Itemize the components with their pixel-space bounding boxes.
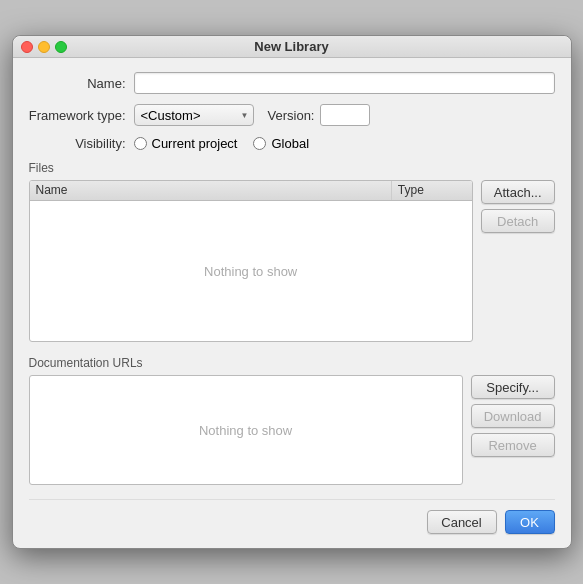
files-section-label: Files (29, 161, 555, 175)
name-row: Name: (29, 72, 555, 94)
visibility-label: Visibility: (29, 136, 134, 151)
visibility-row: Visibility: Current project Global (29, 136, 555, 151)
files-empty-text: Nothing to show (204, 264, 297, 279)
files-table: Name Type Nothing to show (29, 180, 473, 342)
new-library-dialog: New Library Name: Framework type: <Custo… (12, 35, 572, 549)
col-name-header: Name (30, 181, 392, 200)
table-header: Name Type (30, 181, 472, 201)
docs-empty-text: Nothing to show (199, 423, 292, 438)
radio-global[interactable]: Global (253, 136, 309, 151)
name-input[interactable] (134, 72, 555, 94)
attach-button[interactable]: Attach... (481, 180, 555, 204)
radio-current-project[interactable]: Current project (134, 136, 238, 151)
download-button[interactable]: Download (471, 404, 555, 428)
minimize-button[interactable] (38, 41, 50, 53)
version-label: Version: (268, 108, 315, 123)
docs-section: Documentation URLs Nothing to show Speci… (29, 356, 555, 485)
visibility-radio-group: Current project Global (134, 136, 310, 151)
close-button[interactable] (21, 41, 33, 53)
framework-select-wrapper: <Custom> Java .NET Python Other (134, 104, 254, 126)
window-title: New Library (254, 39, 328, 54)
version-input[interactable] (320, 104, 370, 126)
radio-current-input[interactable] (134, 137, 147, 150)
titlebar: New Library (13, 36, 571, 58)
dialog-footer: Cancel OK (29, 499, 555, 534)
specify-button[interactable]: Specify... (471, 375, 555, 399)
framework-row: Framework type: <Custom> Java .NET Pytho… (29, 104, 555, 126)
docs-container: Nothing to show Specify... Download Remo… (29, 375, 555, 485)
files-container: Name Type Nothing to show Attach... Deta… (29, 180, 555, 342)
remove-button[interactable]: Remove (471, 433, 555, 457)
radio-global-label: Global (271, 136, 309, 151)
ok-button[interactable]: OK (505, 510, 555, 534)
radio-global-input[interactable] (253, 137, 266, 150)
files-section: Files Name Type Nothing to show Attach..… (29, 161, 555, 342)
traffic-lights (21, 41, 67, 53)
files-buttons: Attach... Detach (481, 180, 555, 233)
maximize-button[interactable] (55, 41, 67, 53)
col-type-header: Type (392, 181, 472, 200)
radio-current-label: Current project (152, 136, 238, 151)
files-table-body: Nothing to show (30, 201, 472, 341)
dialog-content: Name: Framework type: <Custom> Java .NET… (13, 58, 571, 548)
name-label: Name: (29, 76, 134, 91)
framework-select[interactable]: <Custom> Java .NET Python Other (134, 104, 254, 126)
docs-buttons: Specify... Download Remove (471, 375, 555, 457)
docs-section-label: Documentation URLs (29, 356, 555, 370)
cancel-button[interactable]: Cancel (427, 510, 497, 534)
docs-list: Nothing to show (29, 375, 463, 485)
detach-button[interactable]: Detach (481, 209, 555, 233)
framework-label: Framework type: (29, 108, 134, 123)
